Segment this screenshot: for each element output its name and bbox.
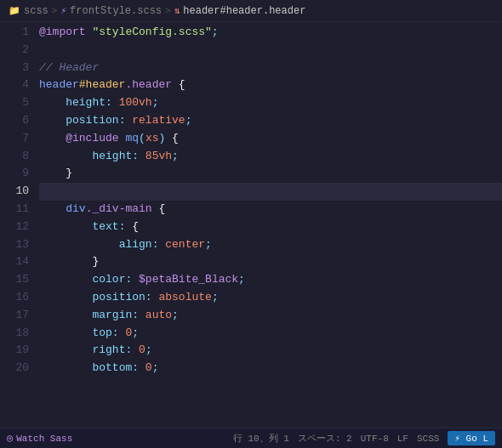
spaces-label: スペース: 2 bbox=[298, 432, 352, 445]
token: auto bbox=[145, 307, 172, 325]
breadcrumb-symbol[interactable]: ⇅ header#header.header bbox=[174, 5, 306, 17]
token: height bbox=[66, 94, 106, 112]
token: ; bbox=[185, 112, 192, 130]
code-line-1: @import "styleConfig.scss" ; bbox=[39, 24, 502, 42]
token: ; bbox=[205, 236, 212, 254]
line-num-4: 4 bbox=[0, 77, 39, 94]
token: 100vh bbox=[119, 94, 152, 112]
breadcrumb-folder-label: scss bbox=[24, 5, 48, 17]
token bbox=[86, 24, 93, 42]
language-indicator[interactable]: SCSS bbox=[417, 434, 439, 444]
token: ; bbox=[172, 148, 179, 166]
token: #header bbox=[79, 77, 126, 94]
code-area[interactable]: @import "styleConfig.scss" ; // Header h… bbox=[39, 22, 502, 428]
token bbox=[139, 307, 145, 325]
token bbox=[119, 130, 126, 148]
token: } bbox=[66, 165, 72, 183]
symbol-icon: ⇅ bbox=[174, 5, 180, 16]
token bbox=[39, 148, 92, 166]
token bbox=[39, 342, 92, 360]
breadcrumb-symbol-label: header#header.header bbox=[183, 5, 305, 17]
token bbox=[125, 218, 132, 236]
token: bottom bbox=[92, 360, 132, 377]
cursor-position[interactable]: 行 10、列 1 bbox=[233, 432, 289, 445]
token bbox=[39, 165, 66, 183]
line-num-1: 1 bbox=[0, 24, 39, 42]
breadcrumb-sep-2: > bbox=[165, 6, 171, 16]
token: center bbox=[165, 236, 205, 254]
line-num-11: 11 bbox=[0, 201, 39, 218]
token bbox=[39, 253, 92, 271]
token: text bbox=[92, 218, 118, 236]
token: ( bbox=[139, 130, 145, 148]
token: : bbox=[145, 289, 152, 307]
token: absolute bbox=[158, 289, 211, 307]
line-ending-indicator[interactable]: LF bbox=[397, 434, 408, 444]
token: position bbox=[66, 112, 118, 130]
code-line-20: bottom : 0 ; bbox=[39, 360, 502, 377]
go-live-button[interactable]: ⚡ Go L bbox=[448, 431, 495, 445]
status-bar: ◎ Watch Sass 行 10、列 1 スペース: 2 UTF-8 LF S… bbox=[0, 428, 502, 448]
token bbox=[132, 342, 139, 360]
token: } bbox=[92, 253, 99, 271]
code-line-9: } bbox=[39, 165, 502, 183]
token: relative bbox=[132, 112, 185, 130]
token: mq bbox=[125, 130, 139, 148]
status-bar-right: 行 10、列 1 スペース: 2 UTF-8 LF SCSS ⚡ Go L bbox=[233, 431, 495, 445]
token bbox=[39, 94, 66, 112]
token: xs bbox=[145, 130, 159, 148]
token: : bbox=[119, 112, 126, 130]
code-line-4: header #header .header { bbox=[39, 77, 502, 94]
status-bar-left: ◎ Watch Sass bbox=[7, 432, 72, 445]
token: ; bbox=[132, 325, 139, 343]
code-line-3: // Header bbox=[39, 60, 502, 77]
token: : bbox=[132, 360, 139, 377]
token: : bbox=[125, 342, 132, 360]
spaces-indicator[interactable]: スペース: 2 bbox=[298, 432, 352, 445]
encoding-indicator[interactable]: UTF-8 bbox=[361, 434, 389, 444]
line-num-15: 15 bbox=[0, 271, 39, 289]
line-num-3: 3 bbox=[0, 60, 39, 77]
token: : bbox=[112, 325, 119, 343]
line-num-8: 8 bbox=[0, 148, 39, 166]
token: header bbox=[39, 77, 79, 94]
token: position bbox=[92, 289, 145, 307]
token bbox=[39, 271, 92, 289]
code-line-5: height : 100vh ; bbox=[39, 94, 502, 112]
breadcrumb-file[interactable]: ⚡ frontStyle.scss bbox=[60, 5, 162, 17]
line-num-6: 6 bbox=[0, 112, 39, 130]
token: 0 bbox=[139, 342, 145, 360]
token: @include bbox=[66, 130, 118, 148]
token bbox=[39, 307, 92, 325]
token bbox=[112, 94, 119, 112]
breadcrumb: 📁 scss > ⚡ frontStyle.scss > ⇅ header#he… bbox=[0, 0, 502, 22]
token bbox=[39, 130, 66, 148]
token: ) bbox=[158, 130, 165, 148]
token bbox=[39, 236, 119, 254]
token: : bbox=[132, 307, 139, 325]
watch-sass-button[interactable]: ◎ Watch Sass bbox=[7, 432, 72, 445]
token bbox=[39, 325, 92, 343]
line-num-18: 18 bbox=[0, 325, 39, 343]
line-ending-label: LF bbox=[397, 434, 408, 444]
code-line-8: height : 85vh ; bbox=[39, 148, 502, 166]
code-line-12: text : { bbox=[39, 218, 502, 236]
token bbox=[172, 77, 179, 94]
token: ; bbox=[212, 24, 219, 42]
folder-icon: 📁 bbox=[9, 5, 20, 16]
code-line-16: position : absolute ; bbox=[39, 289, 502, 307]
token: { bbox=[132, 218, 139, 236]
token bbox=[158, 236, 165, 254]
watch-icon: ◎ bbox=[7, 432, 13, 445]
token: top bbox=[92, 325, 111, 343]
token bbox=[119, 325, 126, 343]
line-num-9: 9 bbox=[0, 165, 39, 183]
token: : bbox=[132, 148, 139, 166]
token bbox=[39, 289, 92, 307]
line-num-7: 7 bbox=[0, 130, 39, 148]
line-num-14: 14 bbox=[0, 253, 39, 271]
token: 0 bbox=[125, 325, 132, 343]
sass-file-icon: ⚡ bbox=[60, 5, 66, 16]
breadcrumb-folder[interactable]: 📁 scss bbox=[9, 5, 48, 17]
token bbox=[165, 130, 172, 148]
